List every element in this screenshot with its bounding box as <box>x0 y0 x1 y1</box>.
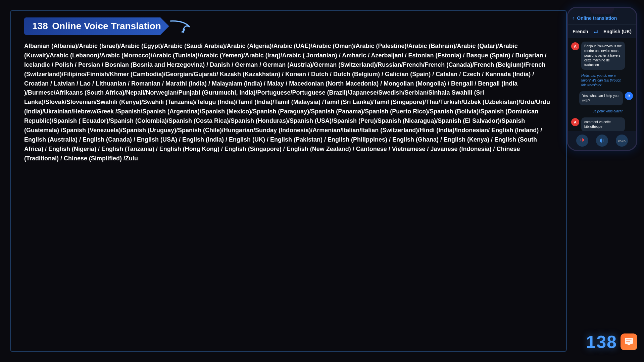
avatar-a2: A <box>571 118 579 126</box>
chat-area: A Bonjour Pouvez-vous me rendre un servi… <box>568 38 636 144</box>
svg-rect-5 <box>601 139 602 143</box>
avatar-a: A <box>571 42 579 50</box>
svg-rect-1 <box>581 139 581 141</box>
avatar-b: B <box>625 92 633 100</box>
title-banner: 138 Online Voice Translation <box>24 17 169 35</box>
svg-rect-4 <box>600 139 601 142</box>
message-row-b1: B Yes, what can I help you with? <box>571 91 633 105</box>
svg-rect-2 <box>582 138 583 142</box>
phone-mockup: ‹ Online translation French ⇄ English (U… <box>567 7 637 235</box>
translation-row-t2: Je peux vous aider? <box>571 108 633 115</box>
phone-controls: BACK <box>568 131 636 150</box>
back-button[interactable]: BACK <box>616 135 628 147</box>
bubble-a2: comment va cette bibliothèque <box>581 117 625 132</box>
svg-rect-3 <box>583 139 584 141</box>
phone-header-title: Online translation <box>577 15 617 21</box>
bottom-number: 138 <box>586 332 617 352</box>
translation-row-t1: Hello, can you do me a favor? We can tal… <box>571 72 633 89</box>
mic-right-button[interactable] <box>596 135 608 147</box>
svg-rect-8 <box>626 340 632 340</box>
phone-screen: ‹ Online translation French ⇄ English (U… <box>568 8 636 150</box>
bottom-right-area: 138 <box>586 332 637 352</box>
language-selector[interactable]: French ⇄ English (UK) <box>568 25 636 38</box>
message-row-a2: A comment va cette bibliothèque <box>571 117 633 132</box>
svg-rect-6 <box>603 139 603 142</box>
main-container: 138 Online Voice Translation Albanian (A… <box>10 10 567 352</box>
mic-left-button[interactable] <box>576 135 588 147</box>
title-box: 138 Online Voice Translation <box>24 17 169 35</box>
arrow-decoration <box>169 18 193 35</box>
translated-t1: Hello, can you do me a favor? We can tal… <box>581 72 625 89</box>
languages-list: Albanian (Albania)/Arabic (Israel)/Arabi… <box>24 42 553 163</box>
swap-languages-icon[interactable]: ⇄ <box>594 28 598 35</box>
translated-t2: Je peux vous aider? <box>593 108 623 115</box>
svg-rect-9 <box>626 341 630 342</box>
bubble-b1: Yes, what can I help you with? <box>579 91 623 105</box>
back-arrow-icon[interactable]: ‹ <box>573 15 574 21</box>
target-language[interactable]: English (UK) <box>603 29 632 34</box>
app-icon[interactable] <box>621 333 637 350</box>
main-title: 138 <box>32 21 48 31</box>
message-row-a1: A Bonjour Pouvez-vous me rendre un servi… <box>571 42 633 70</box>
phone-notch <box>590 8 614 14</box>
bubble-a1: Bonjour Pouvez-vous me rendre un service… <box>581 42 625 70</box>
phone-outer: ‹ Online translation French ⇄ English (U… <box>567 7 637 151</box>
source-language[interactable]: French <box>573 29 588 34</box>
main-title-text: Online Voice Translation <box>52 21 161 31</box>
